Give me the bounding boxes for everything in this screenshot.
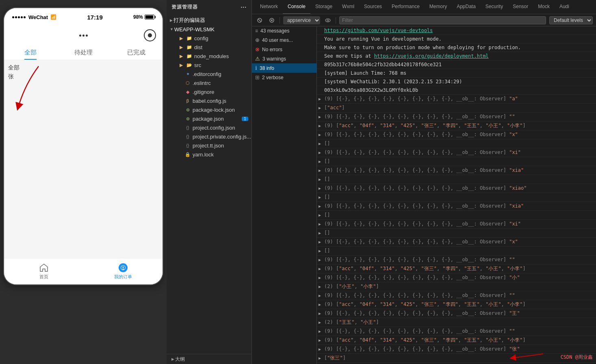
expand-empty3[interactable]: ▶ bbox=[319, 176, 324, 183]
tab-console[interactable]: Console bbox=[283, 0, 310, 14]
tab-pending[interactable]: 待处理 bbox=[57, 45, 110, 60]
expand-empty1[interactable]: ▶ bbox=[319, 140, 324, 147]
xi2-content: (9) [{-}, {-}, {-}, {-}, {-}, {-}, {-}, … bbox=[324, 221, 593, 227]
warn-icon: ⚠ bbox=[255, 56, 260, 62]
file-editorconfig[interactable]: ✦ .editorconfig bbox=[167, 69, 251, 78]
console-red-arrow bbox=[507, 352, 547, 364]
folder-src[interactable]: ▶ 📂 src bbox=[167, 61, 251, 69]
expand-x2[interactable]: ▶ bbox=[319, 238, 324, 245]
sidebar-user-messages[interactable]: ⊕ 40 user mes... bbox=[252, 35, 316, 45]
expand-x1[interactable]: ▶ bbox=[319, 131, 324, 138]
console-row-empty6: ▶ [] bbox=[317, 229, 596, 238]
expand-empty10[interactable]: ▶ bbox=[319, 328, 324, 335]
tab-appdata[interactable]: AppData bbox=[452, 0, 481, 14]
tab-all[interactable]: 全部 bbox=[4, 45, 57, 60]
status-right: 98% bbox=[133, 14, 154, 20]
file-panel-header: 资源管理器 ··· bbox=[167, 0, 251, 14]
console-row-empty3: ▶ [] bbox=[317, 175, 596, 184]
expand-xiaowang[interactable]: ▶ bbox=[319, 283, 324, 290]
open-editors-label: 打开的编辑器 bbox=[173, 17, 205, 24]
open-editors-section[interactable]: ▶ 打开的编辑器 bbox=[167, 16, 251, 25]
tab-security[interactable]: Security bbox=[481, 0, 508, 14]
expand-empty4[interactable]: ▶ bbox=[319, 194, 324, 201]
expand-empty8[interactable]: ▶ bbox=[319, 256, 324, 263]
file-project-tt[interactable]: {} project.tt.json bbox=[167, 141, 251, 150]
expand-xi1[interactable]: ▶ bbox=[319, 149, 324, 156]
expand-xia2[interactable]: ▶ bbox=[319, 203, 324, 210]
carrier-name: WeChat bbox=[28, 14, 48, 20]
tab-sensor[interactable]: Sensor bbox=[508, 0, 533, 14]
console-line-wechat: [system] WeChatLib: 2.30.1 (2023.2.15 23… bbox=[317, 78, 596, 86]
folder-config-icon: 📁 bbox=[186, 35, 193, 41]
eye-button[interactable] bbox=[323, 16, 332, 25]
expand-xi2[interactable]: ▶ bbox=[319, 221, 324, 228]
user-messages-label: 40 user mes... bbox=[262, 37, 293, 43]
expand-xiao[interactable]: ▶ bbox=[319, 185, 324, 192]
tab-wxml[interactable]: Wxml bbox=[337, 0, 359, 14]
header-menu-button[interactable] bbox=[79, 35, 88, 37]
expand-empty9[interactable]: ▶ bbox=[319, 292, 324, 299]
expand-full1[interactable]: ▶ bbox=[319, 122, 324, 129]
console-sidebar: ≡ 43 messages ⊕ 40 user mes... ⊗ No erro… bbox=[252, 26, 317, 364]
tab-network[interactable]: Network bbox=[255, 0, 283, 14]
nav-orders[interactable]: 我的订单 bbox=[83, 260, 163, 283]
tab-mock[interactable]: Mock bbox=[533, 0, 555, 14]
nav-home[interactable]: 首页 bbox=[4, 260, 83, 283]
expand-empty2[interactable]: ▶ bbox=[319, 158, 324, 165]
log-level-selector[interactable]: Default levels bbox=[549, 16, 593, 24]
sidebar-all-messages[interactable]: ≡ 43 messages bbox=[252, 26, 316, 35]
user-icon: ⊕ bbox=[255, 37, 260, 43]
expand-zhang1[interactable]: ▶ bbox=[319, 346, 324, 353]
record-button[interactable] bbox=[144, 29, 156, 41]
tab-audi[interactable]: Audi bbox=[555, 0, 574, 14]
console-vue3: See more tips at https://vuejs.org/guide… bbox=[324, 53, 593, 59]
file-package-lock[interactable]: ⊛ package-lock.json bbox=[167, 105, 251, 114]
tab-storage[interactable]: Storage bbox=[310, 0, 337, 14]
console-line-url: https://github.com/vuejs/vue-devtools bbox=[317, 26, 596, 35]
sidebar-verbose[interactable]: ⊞ 2 verbose bbox=[252, 73, 316, 82]
toggle-console-button[interactable] bbox=[267, 16, 276, 25]
expand-full3[interactable]: ▶ bbox=[319, 301, 324, 308]
expand-acc1[interactable]: ▶ bbox=[319, 104, 324, 111]
more-options-icon[interactable]: ··· bbox=[241, 4, 247, 11]
expand-empty5[interactable]: ▶ bbox=[319, 212, 324, 219]
tab-sources[interactable]: Sources bbox=[359, 0, 387, 14]
expand-zhangsan[interactable]: ▶ bbox=[319, 355, 324, 362]
panel-footer[interactable]: ▶ 大纲 bbox=[167, 354, 251, 364]
project-private-label: project.private.config.js... bbox=[193, 134, 251, 140]
project-section[interactable]: ▼ WEAPP-WLSMK bbox=[167, 25, 251, 34]
expand-full4[interactable]: ▶ bbox=[319, 337, 324, 344]
context-selector[interactable]: appservice bbox=[283, 16, 320, 24]
file-project-config[interactable]: {} project.config.json bbox=[167, 123, 251, 132]
expand-full2[interactable]: ▶ bbox=[319, 265, 324, 272]
tab-performance[interactable]: Performance bbox=[387, 0, 425, 14]
filter-input[interactable] bbox=[339, 16, 546, 24]
expand-arr2[interactable]: ▶ bbox=[319, 113, 324, 120]
file-eslintrc[interactable]: ⬡ .eslintrc bbox=[167, 78, 251, 87]
expand-xia1[interactable]: ▶ bbox=[319, 167, 324, 174]
file-package-json[interactable]: ⊛ package.json 1 bbox=[167, 114, 251, 123]
sidebar-info[interactable]: ℹ 38 info bbox=[252, 63, 316, 73]
expand-xiao2[interactable]: ▶ bbox=[319, 274, 324, 281]
sidebar-warnings[interactable]: ⚠ 3 warnings bbox=[252, 54, 316, 63]
expand-empty6[interactable]: ▶ bbox=[319, 230, 324, 236]
sidebar-errors[interactable]: ⊗ No errors bbox=[252, 45, 316, 54]
folder-node-modules[interactable]: ▶ 📁 node_modules bbox=[167, 52, 251, 61]
file-yarn-lock[interactable]: 🔒 yarn.lock bbox=[167, 150, 251, 159]
empty8-content: (9) [{-}, {-}, {-}, {-}, {-}, {-}, {-}, … bbox=[324, 256, 593, 263]
expand-wang1[interactable]: ▶ bbox=[319, 310, 324, 317]
clear-console-button[interactable] bbox=[255, 16, 264, 25]
file-spacer5 bbox=[178, 106, 183, 113]
expand-wangwu[interactable]: ▶ bbox=[319, 319, 324, 326]
file-babel[interactable]: β babel.config.js bbox=[167, 96, 251, 105]
tab-done[interactable]: 已完成 bbox=[110, 45, 163, 60]
file-project-private[interactable]: {} project.private.config.js... bbox=[167, 132, 251, 141]
expand-arr1[interactable]: ▶ bbox=[319, 95, 324, 102]
expand-empty7[interactable]: ▶ bbox=[319, 247, 324, 254]
file-gitignore[interactable]: ◆ .gitignore bbox=[167, 87, 251, 96]
folder-dist-label: dist bbox=[194, 44, 202, 50]
folder-dist[interactable]: ▶ 📁 dist bbox=[167, 43, 251, 52]
console-url[interactable]: https://github.com/vuejs/vue-devtools bbox=[324, 27, 593, 34]
folder-config[interactable]: ▶ 📁 config bbox=[167, 34, 251, 43]
tab-memory[interactable]: Memory bbox=[425, 0, 452, 14]
